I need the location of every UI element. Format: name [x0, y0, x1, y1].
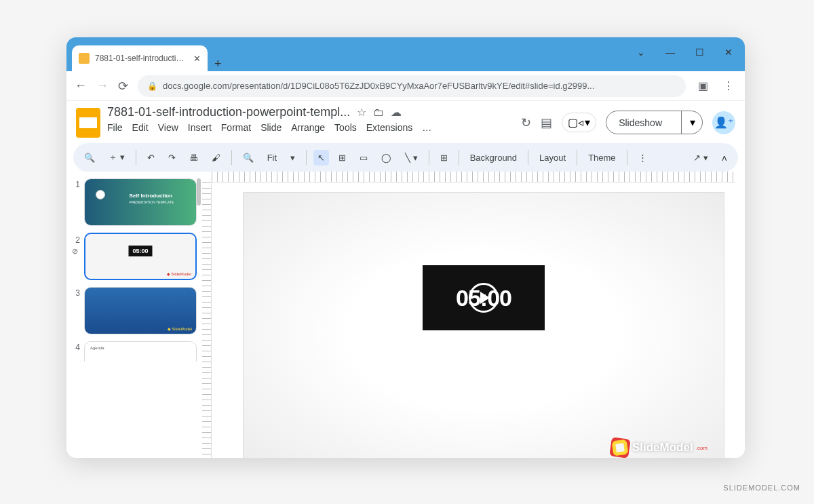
cloud-status-icon[interactable]: ☁ — [391, 106, 402, 119]
address-bar[interactable]: 🔒 docs.google.com/presentation/d/1D9CiL0… — [138, 75, 686, 97]
thumb-logo: ◆ SlideModel — [167, 271, 191, 276]
slidemodel-logo: SlideModel .com — [610, 438, 708, 457]
divider — [528, 150, 528, 165]
window-minimize-button[interactable]: ― — [665, 47, 675, 58]
thumb-row-1: 1 Self Introduction PRESENTATION TEMPLAT… — [72, 178, 197, 226]
toolbar: 🔍 ＋ ▾ ↶ ↷ 🖶 🖌 🔍 Fit ▾ ↖ ⊞ ▭ ◯ ╲ ▾ ⊞ Back… — [73, 143, 738, 172]
slide-canvas[interactable]: 05:00 SlideModel .com — [243, 192, 724, 458]
app-logo[interactable] — [76, 108, 100, 138]
nav-back-button[interactable]: ← — [75, 79, 87, 93]
shape-tool[interactable]: ◯ — [377, 150, 395, 166]
camera-icon: ▢◃ — [568, 116, 583, 129]
tab-close-button[interactable]: ✕ — [193, 54, 201, 64]
new-slide-button[interactable]: ＋ ▾ — [104, 149, 129, 166]
slide-thumb-4[interactable]: Agenda — [84, 341, 197, 362]
image-tool[interactable]: ▭ — [355, 150, 372, 166]
background-button[interactable]: Background — [466, 150, 521, 166]
install-app-icon[interactable]: ▣ — [695, 77, 711, 95]
person-add-icon: 👤⁺ — [714, 116, 733, 129]
slideshow-button[interactable]: Slideshow — [606, 113, 674, 133]
new-tab-button[interactable]: + — [208, 57, 229, 71]
slide-thumb-1[interactable]: Self Introduction PRESENTATION TEMPLATE — [84, 178, 197, 226]
nav-forward-button[interactable]: → — [96, 79, 109, 93]
undo-button[interactable]: ↶ — [143, 150, 159, 166]
chevron-down-icon: ▾ — [585, 116, 590, 129]
divider — [429, 150, 429, 165]
zoom-dropdown[interactable]: ▾ — [286, 150, 299, 166]
lock-icon: 🔒 — [147, 81, 157, 91]
layout-button[interactable]: Layout — [535, 150, 570, 166]
thumb-video-badge: 05:00 — [128, 246, 152, 256]
divider — [459, 150, 459, 165]
menu-slide[interactable]: Slide — [260, 122, 282, 133]
slide-panel: 1 Self Introduction PRESENTATION TEMPLAT… — [66, 172, 202, 458]
theme-button[interactable]: Theme — [584, 150, 619, 166]
logo-suffix: .com — [696, 445, 708, 451]
line-tool[interactable]: ╲ ▾ — [401, 150, 422, 166]
thumb-number: 1 — [72, 180, 80, 189]
menu-file[interactable]: File — [107, 122, 123, 133]
thumb1-subtitle: PRESENTATION TEMPLATE — [130, 200, 174, 204]
zoom-icon[interactable]: 🔍 — [239, 150, 258, 166]
browser-tab[interactable]: 7881-01-self-introduction-powe ✕ — [72, 45, 208, 71]
window-close-button[interactable]: ✕ — [724, 47, 733, 58]
history-icon[interactable]: ↻ — [521, 115, 531, 130]
watermark: SLIDEMODEL.COM — [723, 484, 800, 492]
move-icon[interactable]: 🗀 — [373, 106, 384, 119]
divider — [136, 150, 136, 165]
search-button[interactable]: 🔍 — [80, 150, 99, 166]
comments-icon[interactable]: ▤ — [541, 115, 552, 130]
header-right: ↻ ▤ ▢◃ ▾ Slideshow ▾ 👤⁺ — [521, 111, 735, 134]
zoom-level[interactable]: Fit — [263, 150, 281, 166]
menu-view[interactable]: View — [158, 122, 178, 133]
menu-insert[interactable]: Insert — [188, 122, 212, 133]
slides-favicon — [79, 53, 90, 64]
meet-button[interactable]: ▢◃ ▾ — [562, 113, 596, 132]
window-maximize-button[interactable]: ☐ — [695, 47, 704, 58]
window-minimize-chevron[interactable]: ⌄ — [637, 47, 645, 58]
slideshow-caret[interactable]: ▾ — [681, 111, 702, 134]
collapse-toolbar-button[interactable]: ʌ — [718, 150, 731, 166]
app-header: 7881-01-self-introduction-powerpoint-tem… — [66, 101, 745, 138]
thumb-row-3: 3 ◆ SlideModel — [72, 287, 197, 334]
star-icon[interactable]: ☆ — [357, 106, 366, 119]
print-button[interactable]: 🖶 — [185, 150, 202, 166]
title-menu-block: 7881-01-self-introduction-powerpoint-tem… — [107, 105, 514, 133]
browser-menu-button[interactable]: ⋮ — [720, 77, 737, 95]
share-button[interactable]: 👤⁺ — [712, 111, 735, 134]
thumb-logo: ◆ SlideModel — [168, 326, 192, 331]
divider — [577, 150, 577, 165]
comment-tool[interactable]: ⊞ — [436, 150, 452, 166]
menu-bar: File Edit View Insert Format Slide Arran… — [107, 122, 514, 133]
nav-reload-button[interactable]: ⟳ — [118, 79, 128, 94]
thumb-number: 4 — [72, 343, 80, 352]
ruler-vertical — [202, 182, 212, 458]
tab-title: 7881-01-self-introduction-powe — [95, 54, 188, 63]
select-tool[interactable]: ↖ — [313, 150, 329, 166]
menu-tools[interactable]: Tools — [334, 122, 357, 133]
play-icon[interactable] — [469, 283, 499, 313]
paint-format-button[interactable]: 🖌 — [208, 150, 225, 166]
canvas-area: 05:00 SlideModel .com ‹ — [202, 172, 745, 458]
menu-more[interactable]: … — [422, 122, 431, 133]
panel-scrollbar[interactable] — [197, 178, 201, 206]
menu-format[interactable]: Format — [221, 122, 251, 133]
menu-extensions[interactable]: Extensions — [366, 122, 412, 133]
workspace: 1 Self Introduction PRESENTATION TEMPLAT… — [66, 172, 745, 458]
menu-arrange[interactable]: Arrange — [291, 122, 325, 133]
divider — [306, 150, 307, 165]
video-placeholder[interactable]: 05:00 — [423, 265, 545, 330]
slide-thumb-2[interactable]: 05:00 ◆ SlideModel — [84, 233, 197, 280]
redo-button[interactable]: ↷ — [164, 150, 180, 166]
doc-title[interactable]: 7881-01-self-introduction-powerpoint-tem… — [107, 105, 350, 119]
thumb-number: 2 — [72, 235, 80, 245]
menu-edit[interactable]: Edit — [132, 122, 149, 133]
url-text: docs.google.com/presentation/d/1D9CiL08o… — [163, 81, 676, 91]
textbox-tool[interactable]: ⊞ — [334, 150, 350, 166]
browser-window: 7881-01-self-introduction-powe ✕ + ⌄ ― ☐… — [66, 37, 745, 458]
editing-mode-button[interactable]: ↗ ▾ — [689, 150, 712, 166]
logo-mark — [610, 438, 629, 457]
thumb-number: 3 — [72, 288, 80, 298]
slide-thumb-3[interactable]: ◆ SlideModel — [84, 287, 197, 334]
more-tools[interactable]: ⋮ — [634, 150, 651, 166]
